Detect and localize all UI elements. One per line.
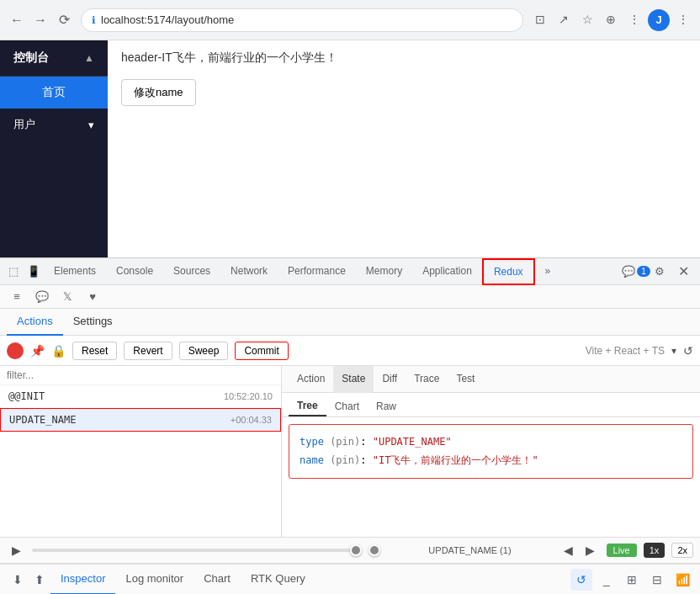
chrome-menu-button[interactable]: ⋮ — [624, 9, 644, 29]
redux-tab-settings[interactable]: Settings — [63, 309, 123, 336]
sidebar-toggle-icon[interactable]: ▲ — [84, 52, 94, 64]
devtools-settings-icon[interactable]: ⚙ — [650, 262, 670, 282]
profile-button[interactable]: J — [648, 9, 670, 31]
tab-network[interactable]: Network — [220, 258, 278, 285]
terminal-icon[interactable]: _ — [596, 569, 618, 591]
code-paren-name: (pin) — [330, 454, 360, 466]
columns-icon[interactable]: ⊟ — [646, 569, 668, 591]
speed-1x-button[interactable]: 1x — [644, 543, 666, 558]
chevron-down-icon: ▾ — [88, 119, 94, 131]
action-item-update-name[interactable]: UPDATE_NAME +00:04.33 — [0, 408, 281, 432]
commit-button[interactable]: Commit — [235, 342, 288, 360]
live-button[interactable]: Live — [607, 544, 637, 557]
slider-label: UPDATE_NAME (1) — [387, 545, 552, 555]
bottom-tab-chart[interactable]: Chart — [194, 565, 241, 595]
code-block: type (pin): "UPDATE_NAME" name (pin): "I… — [289, 424, 693, 479]
import-icon[interactable]: ⬇ — [7, 569, 29, 591]
devtools-device-icon[interactable]: 📱 — [24, 262, 44, 282]
address-bar[interactable]: ℹ localhost:5174/layout/home — [81, 8, 523, 32]
content-tab-raw[interactable]: Raw — [368, 396, 405, 416]
pin-button[interactable]: 📌 — [30, 344, 45, 358]
prev-action-button[interactable]: ◀ — [559, 541, 578, 560]
toolbar-refresh-button[interactable]: ↺ — [683, 344, 693, 358]
redux-heart-icon[interactable]: ♥ — [82, 287, 103, 307]
revert-button[interactable]: Revert — [124, 342, 172, 360]
tab-memory[interactable]: Memory — [356, 258, 412, 285]
tab-more[interactable]: » — [535, 258, 561, 285]
record-button[interactable] — [7, 342, 24, 359]
sidebar-header: 控制台 ▲ — [0, 40, 108, 77]
cast-button[interactable]: ⊡ — [530, 9, 550, 29]
slider-thumb[interactable] — [350, 544, 362, 556]
content-tab-chart[interactable]: Chart — [326, 396, 368, 416]
devtools-panel: ⬚ 📱 Elements Console Sources Network Per… — [0, 257, 700, 594]
content-tab-tree[interactable]: Tree — [289, 396, 326, 416]
devtools-chat-icon[interactable]: 💬1 — [626, 262, 646, 282]
tab-sources[interactable]: Sources — [163, 258, 220, 285]
action-item-init-name: @@INIT — [8, 390, 45, 402]
back-button[interactable]: ← — [7, 10, 27, 30]
sidebar-item-user-label: 用户 — [13, 117, 35, 132]
devtools-inspect-icon[interactable]: ⬚ — [3, 262, 24, 282]
refresh-circle-icon[interactable]: ↺ — [570, 569, 592, 591]
tab-application[interactable]: Application — [412, 258, 482, 285]
redux-chat-icon[interactable]: 💬 — [32, 287, 52, 307]
share-button[interactable]: ↗ — [554, 9, 574, 29]
bookmark-button[interactable]: ☆ — [577, 9, 597, 29]
wifi-icon[interactable]: 📶 — [671, 569, 693, 591]
slider-track[interactable] — [32, 549, 362, 552]
tab-console[interactable]: Console — [106, 258, 163, 285]
redux-toolbar: 📌 🔒 Reset Revert Sweep Commit Vite + Rea… — [0, 336, 700, 366]
detail-tab-trace[interactable]: Trace — [406, 366, 448, 393]
play-button[interactable]: ▶ — [7, 541, 25, 560]
more-menu-button[interactable]: ⋮ — [673, 9, 693, 29]
next-action-button[interactable]: ▶ — [581, 541, 600, 560]
refresh-button[interactable]: ⟳ — [54, 10, 74, 30]
redux-slider-bar: ▶ UPDATE_NAME (1) ◀ ▶ Live 1x 2x — [0, 537, 700, 564]
tab-redux[interactable]: Redux — [482, 258, 535, 285]
extensions-button[interactable]: ⊕ — [601, 9, 621, 29]
sidebar-item-home-label: 首页 — [42, 85, 66, 98]
sweep-button[interactable]: Sweep — [179, 342, 229, 360]
modify-name-button[interactable]: 修改name — [121, 79, 196, 106]
sidebar-item-home[interactable]: 首页 — [0, 77, 108, 109]
action-item-update-name-label: UPDATE_NAME — [9, 414, 76, 426]
detail-tab-state[interactable]: State — [333, 366, 374, 393]
bottom-tab-bar: ⬇ ⬆ Inspector Log monitor Chart RTK Quer… — [0, 564, 700, 594]
action-item-init[interactable]: @@INIT 10:52:20.10 — [0, 385, 281, 408]
export-icon[interactable]: ⬆ — [29, 569, 50, 591]
browser-chrome: ← → ⟳ ℹ localhost:5174/layout/home ⊡ ↗ ☆… — [0, 0, 700, 40]
bottom-tab-rtk-query[interactable]: RTK Query — [241, 565, 316, 595]
bottom-tab-log-monitor[interactable]: Log monitor — [115, 565, 194, 595]
slider-handle[interactable] — [369, 544, 380, 556]
forward-button[interactable]: → — [30, 10, 50, 30]
redux-list-icon[interactable]: ≡ — [7, 287, 27, 307]
redux-panel: ≡ 💬 𝕏 ♥ Actions Settings 📌 🔒 Reset Rever… — [0, 285, 700, 594]
reset-button[interactable]: Reset — [72, 342, 117, 360]
tab-performance[interactable]: Performance — [278, 258, 356, 285]
url-text: localhost:5174/layout/home — [101, 13, 234, 26]
redux-twitter-icon[interactable]: 𝕏 — [57, 287, 77, 307]
devtools-close-button[interactable]: ✕ — [673, 262, 693, 282]
bottom-tab-inspector[interactable]: Inspector — [50, 565, 115, 595]
code-key-name: name — [300, 454, 324, 466]
detail-tab-diff[interactable]: Diff — [374, 366, 406, 393]
page-header-text: header-IT飞牛，前端行业的一个小学生！ — [121, 50, 687, 66]
tab-elements[interactable]: Elements — [44, 258, 106, 285]
grid-icon[interactable]: ⊞ — [621, 569, 643, 591]
lock-button[interactable]: 🔒 — [51, 344, 66, 358]
detail-tab-test[interactable]: Test — [448, 366, 483, 393]
speed-2x-button[interactable]: 2x — [671, 543, 693, 558]
sidebar-item-user[interactable]: 用户 ▾ — [0, 109, 108, 141]
action-item-init-time: 10:52:20.10 — [224, 391, 273, 401]
action-item-update-name-time: +00:04.33 — [231, 415, 272, 425]
slider-nav: ◀ ▶ — [559, 541, 600, 560]
redux-tab-actions[interactable]: Actions — [7, 309, 63, 336]
toolbar-chevron-button[interactable]: ▾ — [671, 345, 676, 357]
code-paren-type: (pin) — [330, 436, 360, 448]
filter-input[interactable] — [0, 366, 281, 385]
code-line-name: name (pin): "IT飞牛，前端行业的一个小学生！" — [300, 452, 682, 470]
code-key-type: type — [300, 436, 324, 448]
detail-tab-action[interactable]: Action — [289, 366, 333, 393]
redux-body: @@INIT 10:52:20.10 UPDATE_NAME +00:04.33… — [0, 366, 700, 537]
